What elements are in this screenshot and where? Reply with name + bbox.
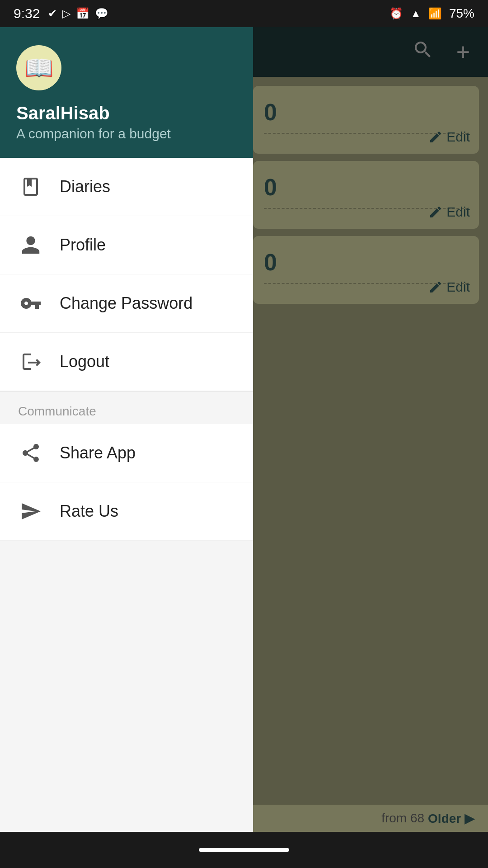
calendar-icon: 📅	[76, 7, 89, 20]
sidebar-item-share-app[interactable]: Share App	[0, 424, 253, 482]
diaries-label: Diaries	[60, 177, 110, 196]
person-icon	[18, 232, 43, 258]
change-password-label: Change Password	[60, 294, 192, 313]
communicate-section-label: Communicate	[0, 391, 253, 424]
share-app-label: Share App	[60, 443, 136, 462]
checkmark-icon: ✔	[48, 7, 57, 20]
home-indicator	[199, 848, 289, 852]
media-play-icon: ▷	[62, 7, 70, 20]
navigation-bar	[0, 832, 488, 868]
wifi-icon: ▲	[410, 7, 421, 20]
drawer-overlay[interactable]	[244, 27, 488, 832]
sidebar-item-logout[interactable]: Logout	[0, 333, 253, 391]
key-icon	[18, 291, 43, 316]
alarm-icon: ⏰	[389, 7, 403, 20]
communicate-section: Share App Rate Us	[0, 424, 253, 541]
app-info: SaralHisab A companion for a budget	[16, 103, 237, 142]
drawer-body: Diaries Profile Change Password Logout C…	[0, 158, 253, 832]
logout-icon	[18, 349, 43, 374]
share-icon	[18, 440, 43, 466]
sidebar-item-profile[interactable]: Profile	[0, 216, 253, 274]
sidebar-item-change-password[interactable]: Change Password	[0, 274, 253, 333]
drawer-header: 📖 SaralHisab A companion for a budget	[0, 27, 253, 158]
status-bar-right: ⏰ ▲ 📶 75%	[389, 6, 474, 21]
sidebar-item-rate-us[interactable]: Rate Us	[0, 482, 253, 541]
navigation-drawer: 📖 SaralHisab A companion for a budget Di…	[0, 27, 253, 832]
chat-icon: 💬	[95, 7, 108, 20]
signal-icon: 📶	[428, 7, 442, 20]
status-icons: ✔ ▷ 📅 💬	[48, 7, 108, 20]
rate-us-label: Rate Us	[60, 502, 118, 521]
status-time: 9:32	[14, 6, 40, 21]
book-icon	[18, 174, 43, 199]
profile-label: Profile	[60, 236, 106, 255]
battery-indicator: 75%	[449, 6, 474, 21]
status-bar: 9:32 ✔ ▷ 📅 💬 ⏰ ▲ 📶 75%	[0, 0, 488, 27]
app-tagline: A companion for a budget	[16, 126, 237, 142]
send-icon	[18, 499, 43, 524]
app-name: SaralHisab	[16, 103, 237, 123]
logout-label: Logout	[60, 352, 109, 371]
sidebar-item-diaries[interactable]: Diaries	[0, 158, 253, 216]
status-bar-left: 9:32 ✔ ▷ 📅 💬	[14, 6, 108, 21]
logo-emoji: 📖	[24, 54, 54, 82]
app-logo: 📖	[16, 45, 61, 90]
